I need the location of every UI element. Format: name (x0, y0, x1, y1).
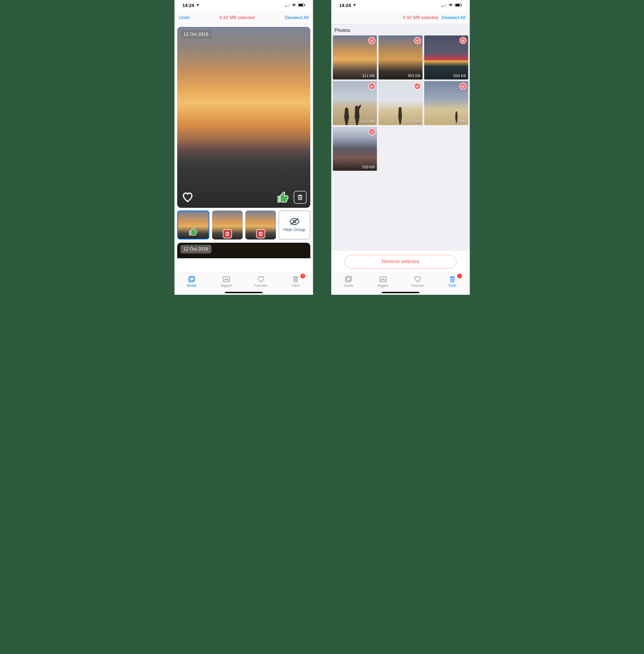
trash-photo-3[interactable]: 554 KB (424, 36, 468, 80)
selection-size-label: 6.92 MB selected (349, 15, 442, 20)
group-date-badge: 12 Oct 2019 (180, 245, 212, 253)
nav-bar: 6.92 MB selected Deselect All (331, 11, 470, 24)
home-indicator[interactable] (382, 292, 419, 293)
tab-label: Similar (187, 284, 197, 288)
thumbnail-3[interactable] (245, 210, 276, 240)
svg-rect-6 (304, 4, 305, 6)
tab-favorites[interactable]: Favorites (244, 273, 278, 290)
phone-trash: 14:24 6.92 MB selected Deselect All Phot… (331, 0, 470, 295)
tab-bar: Similar Biggest Favorites 7 Trash (175, 273, 313, 295)
signal-icon (285, 3, 290, 8)
eye-slash-icon (289, 218, 300, 225)
phone-similar: 14:24 Undo 6.92 MB selected Deselect All… (175, 0, 313, 295)
tab-label: Biggest (221, 284, 232, 288)
status-bar: 14:24 (175, 0, 313, 11)
trash-icon (448, 276, 456, 283)
trash-photo-5[interactable]: 1.22 MB (378, 81, 422, 125)
thumbnail-1[interactable] (177, 210, 209, 240)
svg-rect-20 (347, 276, 351, 281)
hide-group-button[interactable]: Hide Group (279, 210, 310, 240)
battery-icon (455, 3, 462, 8)
battery-icon (298, 3, 305, 8)
trash-content[interactable]: Photos 311 KB 952 KB 554 KB 1.65 MB (331, 24, 470, 273)
section-title: Photos (331, 24, 470, 36)
photo-size-label: 952 KB (408, 73, 420, 78)
svg-rect-11 (223, 277, 230, 281)
keep-best-button[interactable] (276, 190, 290, 204)
similar-content[interactable]: 12 Oct 2019 (175, 24, 313, 273)
photo-size-label: 311 KB (362, 73, 375, 78)
thumbnail-2[interactable] (212, 210, 243, 240)
biggest-icon (379, 276, 387, 283)
checkmark-icon (368, 37, 375, 44)
wifi-icon (448, 3, 453, 8)
tab-label: Trash (292, 284, 300, 288)
svg-rect-10 (190, 276, 194, 281)
tab-trash[interactable]: 7 Trash (278, 273, 313, 290)
deselect-all-button[interactable]: Deselect All (442, 15, 465, 20)
location-icon (196, 3, 200, 8)
trash-badge: 7 (457, 274, 462, 278)
biggest-icon (223, 276, 230, 283)
wifi-icon (292, 3, 296, 8)
svg-rect-21 (380, 277, 386, 281)
remove-bar: Remove selected (331, 250, 470, 273)
svg-rect-1 (286, 5, 287, 7)
photo-size-label: 554 KB (454, 73, 466, 78)
checkmark-icon (414, 83, 421, 90)
checkmark-icon (460, 37, 466, 44)
deselect-all-button[interactable]: Deselect All (285, 15, 309, 20)
tab-similar[interactable]: Similar (175, 273, 209, 290)
undo-button[interactable]: Undo (179, 15, 190, 20)
heart-icon (257, 276, 265, 283)
selection-size-label: 6.92 MB selected (189, 15, 285, 20)
trash-photo-6[interactable]: 1.7 MB (424, 81, 468, 125)
svg-rect-17 (455, 4, 460, 6)
svg-rect-3 (289, 4, 290, 7)
heart-icon (414, 276, 421, 283)
trash-photo-7[interactable]: 539 KB (333, 127, 377, 171)
tab-label: Favorites (411, 284, 424, 288)
group-date-badge: 12 Oct 2019 (180, 30, 212, 39)
trash-badge: 7 (300, 274, 305, 278)
group-main-photo[interactable]: 12 Oct 2019 (177, 27, 310, 208)
trash-photo-4[interactable]: 1.65 MB (333, 81, 377, 125)
similar-icon (345, 276, 352, 283)
trash-photo-button[interactable] (294, 191, 306, 204)
svg-rect-18 (461, 4, 462, 6)
tab-biggest[interactable]: Biggest (209, 273, 244, 290)
trash-icon (256, 229, 265, 239)
location-icon (352, 3, 356, 8)
tab-trash[interactable]: 7 Trash (435, 273, 470, 290)
tab-similar[interactable]: Similar (331, 273, 366, 290)
status-time: 14:24 (339, 3, 351, 8)
trash-grid: 311 KB 952 KB 554 KB 1.65 MB 1.22 MB (331, 36, 470, 171)
thumbs-up-icon (188, 227, 198, 238)
svg-rect-19 (345, 277, 350, 282)
svg-rect-2 (288, 4, 288, 7)
photo-size-label: 1.22 MB (406, 119, 420, 123)
trash-icon (292, 276, 299, 283)
svg-rect-0 (285, 6, 286, 7)
svg-rect-14 (444, 4, 445, 7)
home-indicator[interactable] (225, 292, 262, 293)
svg-rect-12 (442, 6, 443, 7)
tab-favorites[interactable]: Favorites (400, 273, 435, 290)
status-time: 14:24 (183, 3, 194, 8)
tab-bar: Similar Biggest Favorites 7 Trash (331, 273, 470, 295)
tab-biggest[interactable]: Biggest (366, 273, 400, 290)
tab-label: Similar (344, 284, 353, 288)
photo-size-label: 539 KB (362, 165, 375, 169)
similar-icon (188, 276, 196, 283)
svg-rect-9 (189, 277, 193, 282)
remove-selected-button[interactable]: Remove selected (345, 255, 456, 269)
checkmark-icon (414, 37, 421, 44)
favorite-button[interactable] (181, 190, 194, 204)
checkmark-icon (368, 128, 375, 135)
trash-photo-2[interactable]: 952 KB (378, 36, 422, 80)
checkmark-icon (368, 83, 375, 90)
tab-label: Favorites (254, 284, 267, 288)
trash-photo-1[interactable]: 311 KB (333, 36, 377, 80)
next-group-peek[interactable]: 12 Oct 2019 (177, 243, 310, 258)
nav-bar: Undo 6.92 MB selected Deselect All (175, 11, 313, 24)
